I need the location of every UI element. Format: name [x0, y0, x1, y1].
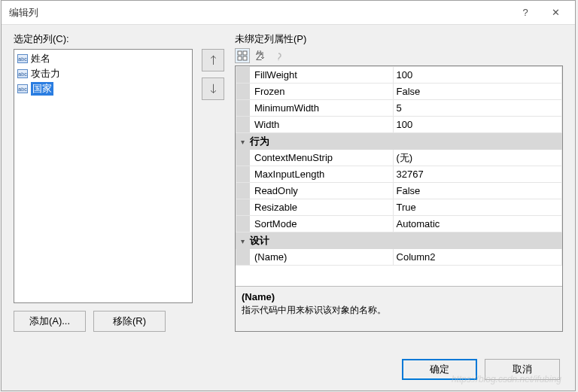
properties-label: 未绑定列属性(P): [235, 32, 563, 46]
property-name: (Name): [250, 249, 394, 266]
svg-rect-0: [238, 51, 242, 55]
property-grid: FillWeight100FrozenFalseMinimumWidth5Wid…: [235, 65, 563, 332]
property-value[interactable]: False: [393, 183, 561, 199]
category-name: 行为: [250, 135, 269, 147]
property-row[interactable]: ContextMenuStrip(无): [236, 150, 562, 166]
expand-icon: ▾: [238, 237, 247, 245]
property-row[interactable]: SortModeAutomatic: [236, 216, 562, 232]
svg-point-6: [278, 59, 278, 60]
list-item-text: 攻击力: [31, 67, 60, 81]
property-value[interactable]: 32767: [393, 166, 561, 183]
list-item[interactable]: abc姓名: [16, 51, 190, 66]
selected-columns-label: 选定的列(C):: [14, 32, 193, 46]
property-name: Width: [250, 117, 394, 133]
svg-rect-3: [243, 56, 247, 60]
help-button[interactable]: ?: [510, 4, 540, 22]
textbox-icon: abc: [17, 54, 28, 63]
property-value[interactable]: Column2: [393, 249, 561, 266]
list-item-text: 姓名: [31, 52, 50, 65]
property-name: ReadOnly: [250, 183, 394, 199]
description-name: (Name): [242, 291, 556, 302]
titlebar: 编辑列 ? ✕: [2, 1, 575, 25]
property-value[interactable]: 5: [393, 100, 561, 117]
description-pane: (Name) 指示代码中用来标识该对象的名称。: [236, 286, 562, 331]
columns-listbox[interactable]: abc姓名abc攻击力abc国家: [14, 49, 193, 303]
property-name: SortMode: [250, 216, 394, 232]
alphabetical-icon[interactable]: AZ: [253, 48, 268, 63]
list-item[interactable]: abc国家: [16, 81, 190, 96]
svg-text:Z: Z: [256, 51, 262, 61]
property-name: FillWeight: [250, 67, 394, 84]
categorized-icon[interactable]: [235, 48, 250, 63]
textbox-icon: abc: [17, 84, 28, 93]
move-down-button[interactable]: 🡓: [202, 77, 224, 100]
property-value[interactable]: True: [393, 199, 561, 216]
add-button[interactable]: 添加(A)...: [14, 311, 86, 332]
property-row[interactable]: MinimumWidth5: [236, 100, 562, 117]
property-pages-icon[interactable]: [271, 48, 286, 63]
property-value[interactable]: 100: [393, 117, 561, 133]
category-row[interactable]: ▾ 设计: [236, 232, 562, 249]
category-name: 设计: [250, 235, 269, 246]
property-row[interactable]: MaxInputLength32767: [236, 166, 562, 183]
property-name: Frozen: [250, 84, 394, 100]
property-row[interactable]: ReadOnlyFalse: [236, 183, 562, 199]
property-name: MaxInputLength: [250, 166, 394, 183]
property-value[interactable]: 100: [393, 67, 561, 84]
property-name: Resizable: [250, 199, 394, 216]
property-value[interactable]: (无): [393, 150, 561, 166]
list-item[interactable]: abc攻击力: [16, 66, 190, 81]
property-row[interactable]: ResizableTrue: [236, 199, 562, 216]
move-up-button[interactable]: 🡑: [202, 49, 224, 71]
svg-rect-2: [238, 56, 242, 60]
property-value[interactable]: False: [393, 84, 561, 100]
property-row[interactable]: FrozenFalse: [236, 84, 562, 100]
close-button[interactable]: ✕: [540, 4, 570, 22]
property-row[interactable]: Width100: [236, 117, 562, 133]
ok-button[interactable]: 确定: [402, 359, 477, 380]
propertygrid-toolbar: AZ: [235, 49, 563, 65]
cancel-button[interactable]: 取消: [485, 359, 560, 380]
category-row[interactable]: ▾ 行为: [236, 133, 562, 150]
property-row[interactable]: (Name)Column2: [236, 249, 562, 266]
property-name: ContextMenuStrip: [250, 150, 394, 166]
description-text: 指示代码中用来标识该对象的名称。: [242, 304, 556, 317]
svg-rect-1: [243, 51, 247, 55]
textbox-icon: abc: [17, 69, 28, 78]
property-value[interactable]: Automatic: [393, 216, 561, 232]
property-row[interactable]: FillWeight100: [236, 67, 562, 84]
list-item-text: 国家: [31, 82, 53, 96]
remove-button[interactable]: 移除(R): [93, 311, 166, 332]
expand-icon: ▾: [238, 138, 247, 146]
dialog-title: 编辑列: [9, 6, 510, 20]
edit-columns-dialog: 编辑列 ? ✕ 选定的列(C): abc姓名abc攻击力abc国家 添加(A).…: [1, 0, 576, 391]
property-name: MinimumWidth: [250, 100, 394, 117]
